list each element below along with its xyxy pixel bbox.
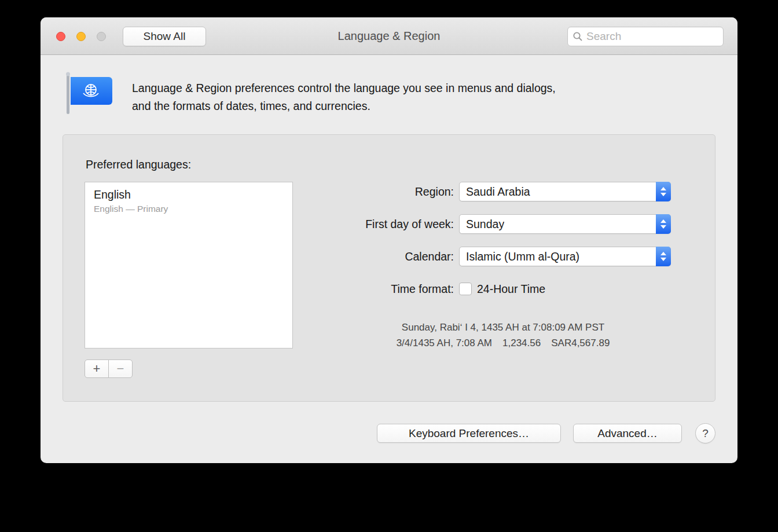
- first-day-select[interactable]: Sunday: [459, 214, 671, 234]
- first-day-value: Sunday: [460, 218, 504, 231]
- zoom-button[interactable]: [97, 32, 106, 41]
- description-line-2: and the formats of dates, times, and cur…: [132, 97, 556, 115]
- time-format-row: Time format: 24-Hour Time: [63, 281, 715, 297]
- remove-language-button[interactable]: −: [108, 359, 133, 378]
- search-input[interactable]: [586, 30, 718, 43]
- preferred-languages-label: Preferred languages:: [86, 158, 191, 171]
- titlebar: Language & Region Show All: [41, 17, 737, 55]
- first-day-row: First day of week: Sunday: [63, 214, 715, 234]
- header-description: Language & Region preferences control th…: [132, 79, 556, 115]
- search-field[interactable]: [567, 27, 724, 46]
- preview-line-2: 3/4/1435 AH, 7:08 AM1,234.56SAR4,567.89: [312, 335, 694, 351]
- region-value: Saudi Arabia: [460, 185, 530, 199]
- 24-hour-time-label[interactable]: 24-Hour Time: [477, 282, 545, 296]
- time-format-label: Time format:: [63, 282, 454, 296]
- language-detail: English — Primary: [94, 204, 284, 214]
- region-select[interactable]: Saudi Arabia: [459, 182, 671, 201]
- help-button[interactable]: ?: [695, 423, 715, 443]
- popup-stepper-icon: [656, 247, 671, 266]
- header-section: Language & Region preferences control th…: [41, 55, 737, 134]
- show-all-button[interactable]: Show All: [123, 27, 206, 46]
- calendar-select[interactable]: Islamic (Umm al-Qura): [459, 247, 671, 266]
- calendar-label: Calendar:: [63, 250, 454, 263]
- minimize-button[interactable]: [76, 32, 86, 41]
- description-line-1: Language & Region preferences control th…: [132, 79, 556, 97]
- preview-number: 1,234.56: [502, 335, 541, 351]
- traffic-lights: [56, 32, 106, 41]
- add-language-button[interactable]: +: [85, 359, 109, 378]
- 24-hour-time-checkbox[interactable]: [459, 282, 472, 295]
- preview-currency: SAR4,567.89: [551, 337, 610, 348]
- settings-panel: Preferred languages: English English — P…: [63, 134, 715, 402]
- format-preview: Sunday, Rabiʻ I 4, 1435 AH at 7:08:09 AM…: [312, 320, 694, 351]
- popup-stepper-icon: [656, 214, 671, 234]
- preview-line-1: Sunday, Rabiʻ I 4, 1435 AH at 7:08:09 AM…: [312, 320, 694, 335]
- calendar-row: Calendar: Islamic (Umm al-Qura): [63, 247, 715, 266]
- language-list-controls: + −: [85, 359, 133, 378]
- preview-datetime: 3/4/1435 AH, 7:08 AM: [397, 337, 492, 348]
- calendar-value: Islamic (Umm al-Qura): [460, 250, 579, 263]
- preferences-window: Language & Region Show All: [41, 17, 737, 463]
- search-icon: [573, 31, 583, 42]
- close-button[interactable]: [56, 32, 65, 41]
- advanced-button[interactable]: Advanced…: [573, 424, 682, 443]
- first-day-label: First day of week:: [63, 218, 454, 231]
- keyboard-preferences-button[interactable]: Keyboard Preferences…: [377, 424, 561, 443]
- popup-stepper-icon: [656, 182, 671, 201]
- un-flag-icon: [64, 71, 117, 116]
- region-row: Region: Saudi Arabia: [63, 182, 715, 201]
- region-label: Region:: [63, 185, 454, 199]
